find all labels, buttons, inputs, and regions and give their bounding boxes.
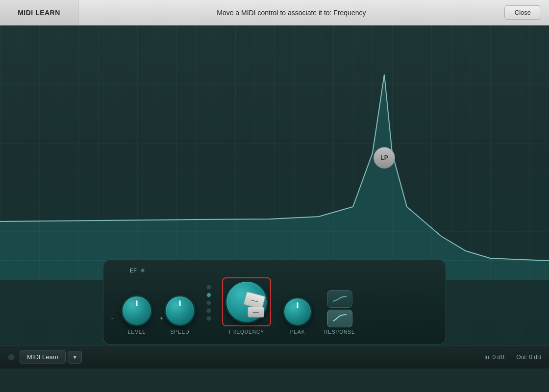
frequency-group: — — FREQUENCY: [216, 277, 277, 335]
speed-label: SPEED: [171, 329, 190, 335]
frequency-highlight: — —: [222, 277, 271, 326]
out-level: Out: 0 dB: [516, 354, 541, 361]
top-bar: MIDI LEARN Move a MIDI control to associ…: [0, 0, 549, 25]
level-label: LEVEL: [128, 329, 146, 335]
dot-4: [206, 308, 211, 313]
midi-learn-status-button[interactable]: MIDI Learn: [20, 350, 66, 364]
response-group: RESPONSE: [318, 290, 361, 335]
status-bar: MIDI Learn ▼ In: 0 dB Out: 0 dB: [0, 345, 549, 368]
freq-indicator-small: —: [248, 307, 264, 318]
dot-column: [201, 285, 216, 321]
close-button[interactable]: Close: [504, 5, 541, 20]
dot-1: [206, 285, 211, 290]
midi-learn-dropdown[interactable]: ▼: [68, 351, 82, 364]
response-btn-1[interactable]: [327, 290, 352, 308]
frequency-label: FREQUENCY: [229, 329, 264, 335]
response-label: RESPONSE: [324, 329, 355, 335]
lp-handle[interactable]: LP: [374, 147, 395, 169]
in-level: In: 0 dB: [484, 354, 504, 361]
frequency-knob[interactable]: — —: [225, 280, 268, 323]
midi-learn-tab[interactable]: MIDI LEARN: [0, 0, 78, 25]
top-bar-message: Move a MIDI control to associate it to: …: [78, 9, 504, 17]
response-btn-2[interactable]: [327, 310, 352, 327]
level-group: - + LEVEL: [115, 295, 158, 335]
dot-2: [206, 293, 211, 297]
ef-led: [141, 269, 145, 272]
peak-label: PEAK: [290, 329, 305, 335]
peak-knob[interactable]: [283, 297, 312, 326]
speed-group: SPEED: [158, 295, 201, 335]
peak-group: PEAK: [277, 297, 318, 335]
dot-5: [206, 316, 211, 321]
main-area: LP EF - + LEVEL SPEED: [0, 25, 549, 368]
level-minus-label: -: [111, 315, 113, 321]
response-curve-1-icon: [332, 294, 348, 304]
response-curve-2-icon: [332, 314, 348, 323]
ef-row: EF: [115, 268, 434, 273]
knobs-row: - + LEVEL SPEED: [115, 277, 434, 335]
status-led: [8, 354, 15, 361]
level-plus-label: +: [160, 315, 163, 321]
ef-label: EF: [130, 268, 137, 273]
status-right: In: 0 dB Out: 0 dB: [484, 354, 541, 361]
control-panel: EF - + LEVEL SPEED: [103, 259, 446, 345]
response-buttons: [327, 290, 352, 327]
eq-grid: [0, 25, 549, 280]
speed-knob[interactable]: [164, 295, 196, 326]
level-knob[interactable]: [121, 295, 152, 326]
dot-3: [206, 300, 211, 305]
